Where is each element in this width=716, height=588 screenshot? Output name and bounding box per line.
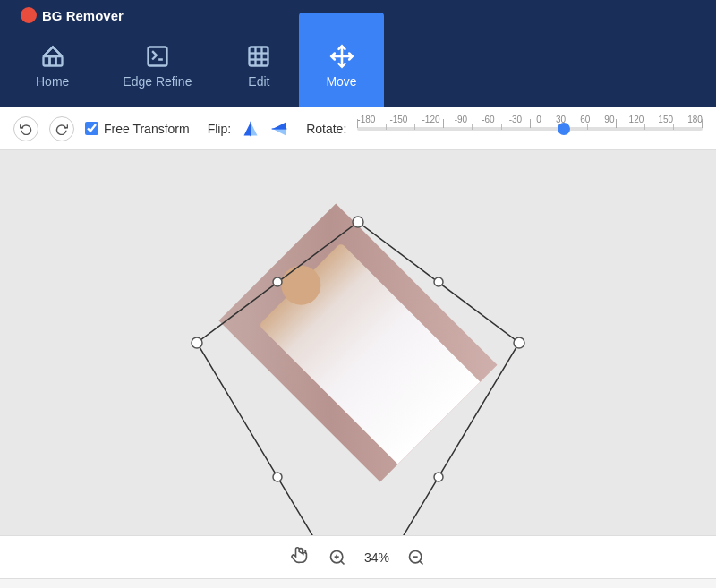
svg-marker-12 (273, 122, 286, 129)
tab-edge-refine[interactable]: Edge Refine (96, 13, 218, 120)
handle-bottom-left[interactable] (273, 473, 282, 481)
svg-rect-0 (43, 56, 62, 66)
flip-horizontal-button[interactable] (242, 120, 260, 138)
tab-edit-label: Edit (248, 74, 269, 89)
transform-overlay (170, 173, 546, 513)
flip-horizontal-icon (242, 120, 260, 138)
footer: ‹ › New Image Download (0, 578, 716, 588)
canvas-area (0, 150, 716, 535)
rotate-ruler[interactable]: -180 -150 -120 -90 -60 -30 0 30 60 90 12… (357, 115, 703, 143)
svg-marker-13 (273, 129, 286, 136)
free-transform-checkbox[interactable]: Free Transform (85, 122, 190, 136)
bottom-toolbar: 34% (0, 535, 716, 578)
free-transform-input[interactable] (85, 122, 98, 135)
tab-home-label: Home (36, 74, 69, 89)
flip-vertical-button[interactable] (270, 120, 288, 138)
handle-bottom-right[interactable] (434, 473, 443, 481)
tab-edit[interactable]: Edit (218, 13, 299, 120)
brand-title: BG Remover (42, 8, 124, 23)
image-workspace (170, 173, 546, 513)
tab-edge-refine-label: Edge Refine (123, 74, 192, 89)
edit-icon (246, 44, 271, 69)
zoom-out-icon (407, 549, 425, 567)
move-icon (329, 44, 354, 69)
zoom-in-button[interactable] (328, 549, 346, 567)
hand-tool-icon[interactable] (291, 545, 311, 569)
ruler-track[interactable] (357, 127, 703, 131)
zoom-out-button[interactable] (407, 549, 425, 567)
flip-label: Flip: (208, 122, 231, 136)
handle-right[interactable] (514, 337, 524, 348)
redo-button[interactable] (49, 116, 74, 141)
redo-icon (55, 123, 68, 135)
svg-marker-9 (244, 122, 251, 135)
nav-tabs: Home Edge Refine Edit (9, 13, 384, 120)
tab-move[interactable]: Move (299, 13, 383, 120)
brand-icon (21, 7, 37, 23)
handle-left[interactable] (192, 337, 202, 348)
navbar: BG Remover Home Edge Refine (0, 0, 716, 107)
rotate-thumb[interactable] (558, 123, 570, 135)
handle-top[interactable] (353, 217, 363, 227)
edge-refine-icon (145, 44, 170, 69)
zoom-percent: 34% (364, 550, 389, 565)
free-transform-label: Free Transform (104, 122, 190, 136)
flip-vertical-icon (270, 120, 288, 138)
svg-rect-1 (148, 47, 166, 66)
zoom-in-icon (328, 549, 346, 567)
app-brand: BG Remover (7, 7, 137, 23)
handle-top-right[interactable] (434, 277, 443, 286)
undo-icon (20, 123, 32, 135)
home-icon (40, 44, 65, 69)
rotate-label: Rotate: (306, 122, 346, 136)
undo-button[interactable] (13, 116, 38, 141)
tab-home[interactable]: Home (9, 13, 96, 120)
handle-top-left[interactable] (273, 277, 282, 286)
transform-box (197, 222, 519, 535)
svg-rect-2 (250, 47, 268, 66)
svg-line-20 (420, 560, 423, 564)
svg-line-16 (341, 560, 345, 564)
tab-move-label: Move (326, 74, 356, 89)
svg-marker-10 (251, 122, 258, 135)
toolbar: Free Transform Flip: Rotate: -180 -150 -… (0, 107, 716, 150)
